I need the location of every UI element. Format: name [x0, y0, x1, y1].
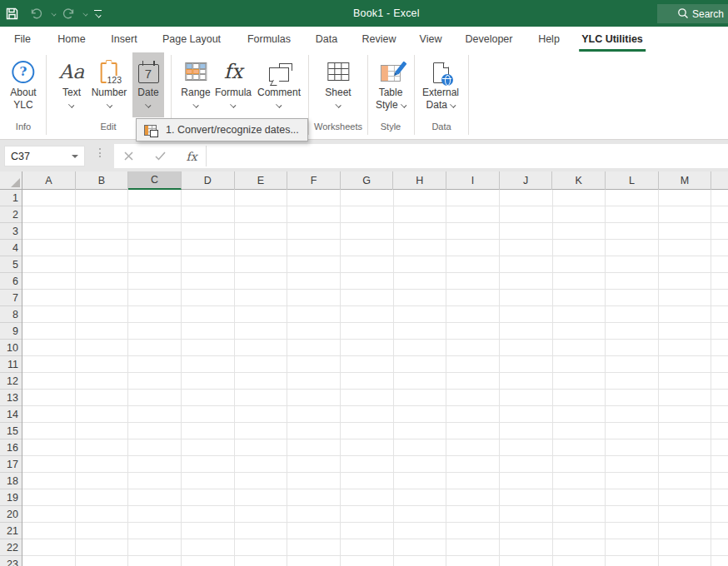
row-header[interactable]: 18: [0, 473, 22, 489]
tab-formulas[interactable]: Formulas: [245, 27, 293, 52]
column-header[interactable]: I: [446, 171, 500, 190]
row-header[interactable]: 15: [0, 423, 22, 439]
button-label: Number: [92, 87, 127, 99]
chevron-down-icon: [277, 102, 282, 107]
button-label: Range: [181, 87, 210, 99]
search-icon: [677, 7, 689, 19]
undo-button[interactable]: [24, 0, 49, 27]
button-label: Table: [379, 87, 403, 99]
column-header[interactable]: D: [182, 171, 235, 190]
row-header[interactable]: 23: [0, 556, 22, 566]
group-label-info: Info: [16, 122, 31, 132]
button-label: Data: [426, 99, 447, 112]
ribbon-tab-bar: File Home Insert Page Layout Formulas Da…: [0, 27, 728, 52]
insert-function-button[interactable]: fx: [177, 144, 206, 168]
row-header[interactable]: 21: [0, 523, 22, 539]
column-header[interactable]: H: [393, 171, 446, 190]
tab-review[interactable]: Review: [360, 27, 399, 52]
row-header[interactable]: 2: [0, 206, 22, 223]
row-header[interactable]: 22: [0, 539, 22, 556]
column-header[interactable]: A: [22, 171, 76, 190]
column-header[interactable]: G: [341, 171, 394, 190]
formula-input[interactable]: [207, 144, 728, 168]
sheet-icon: [327, 62, 349, 81]
row-header[interactable]: 8: [0, 306, 22, 323]
chevron-down-icon: [450, 102, 456, 107]
excel-window: Book1 - Excel Search File Home Insert Pa…: [0, 0, 728, 566]
number-icon: 123: [101, 62, 117, 83]
button-label: Formula: [215, 87, 252, 99]
save-button[interactable]: [0, 0, 24, 27]
group-separator: [468, 55, 469, 135]
row-header[interactable]: 20: [0, 506, 22, 523]
row-header[interactable]: 13: [0, 390, 22, 406]
column-header[interactable]: J: [500, 171, 553, 190]
tab-ylc-utilities[interactable]: YLC Utilities: [579, 27, 646, 52]
table-style-icon: [381, 65, 401, 82]
chevron-down-icon: [401, 102, 406, 107]
column-header[interactable]: K: [552, 171, 606, 190]
number-button[interactable]: 123 Number: [92, 52, 127, 117]
external-data-button[interactable]: External Data: [422, 52, 459, 117]
column-header[interactable]: C: [128, 171, 182, 190]
name-box[interactable]: C37: [4, 146, 85, 166]
customize-quick-access-button[interactable]: [87, 10, 108, 17]
column-header[interactable]: E: [235, 171, 288, 190]
table-style-button[interactable]: Table Style: [376, 52, 406, 117]
column-header[interactable]: M: [659, 171, 712, 190]
column-header[interactable]: L: [606, 171, 659, 190]
row-header[interactable]: 14: [0, 406, 22, 423]
button-label: External: [422, 87, 459, 99]
name-box-dropdown-icon[interactable]: [72, 155, 78, 158]
tab-insert[interactable]: Insert: [108, 27, 139, 52]
column-header[interactable]: F: [287, 171, 341, 190]
range-button[interactable]: Range: [181, 52, 210, 117]
group-label-style: Style: [381, 122, 401, 132]
row-header[interactable]: 16: [0, 439, 22, 456]
row-header[interactable]: 7: [0, 290, 22, 306]
tab-file[interactable]: File: [12, 27, 33, 52]
select-all-corner[interactable]: [0, 171, 22, 190]
row-header[interactable]: 3: [0, 223, 22, 240]
range-icon: [185, 62, 207, 81]
grid-cells[interactable]: [22, 190, 728, 566]
date-button[interactable]: 7 Date: [132, 52, 164, 117]
comment-icon: [269, 67, 289, 82]
button-label: Style: [376, 99, 398, 112]
row-header[interactable]: 12: [0, 373, 22, 390]
menu-item-convert-recognize-dates[interactable]: 1. Convert/recognize dates...: [137, 119, 307, 141]
tab-data[interactable]: Data: [313, 27, 340, 52]
row-header[interactable]: 19: [0, 489, 22, 506]
about-ylc-button[interactable]: ? About YLC: [10, 52, 36, 117]
enter-button[interactable]: [146, 144, 174, 168]
row-header[interactable]: 5: [0, 256, 22, 273]
row-header[interactable]: 9: [0, 323, 22, 340]
formula-button[interactable]: fx Formula: [215, 52, 252, 117]
row-header[interactable]: 4: [0, 240, 22, 256]
cancel-button[interactable]: [114, 144, 142, 168]
text-button[interactable]: Aa Text: [59, 52, 84, 117]
group-label-data: Data: [431, 122, 451, 132]
fx-icon: fx: [186, 150, 197, 163]
tab-view[interactable]: View: [417, 27, 445, 52]
column-headers: ABCDEFGHIJKLM: [22, 171, 728, 190]
tab-page-layout[interactable]: Page Layout: [160, 27, 223, 52]
redo-button[interactable]: [56, 0, 81, 27]
sheet-button[interactable]: Sheet: [325, 52, 351, 117]
row-header[interactable]: 17: [0, 456, 22, 473]
tab-home[interactable]: Home: [55, 27, 87, 52]
formula-bar-dots-separator: [99, 148, 101, 157]
tab-developer[interactable]: Developer: [463, 27, 516, 52]
date-dropdown-menu: 1. Convert/recognize dates...: [136, 118, 308, 142]
button-label: Date: [137, 87, 158, 99]
chevron-down-icon: [336, 102, 342, 107]
search-box[interactable]: Search: [657, 4, 728, 23]
column-header[interactable]: B: [76, 171, 129, 190]
row-header[interactable]: 6: [0, 273, 22, 290]
tab-help[interactable]: Help: [536, 27, 562, 52]
row-header[interactable]: 10: [0, 340, 22, 356]
row-header[interactable]: 1: [0, 190, 22, 206]
row-header[interactable]: 11: [0, 356, 22, 373]
comment-button[interactable]: Comment: [257, 52, 301, 117]
group-separator: [367, 55, 368, 135]
